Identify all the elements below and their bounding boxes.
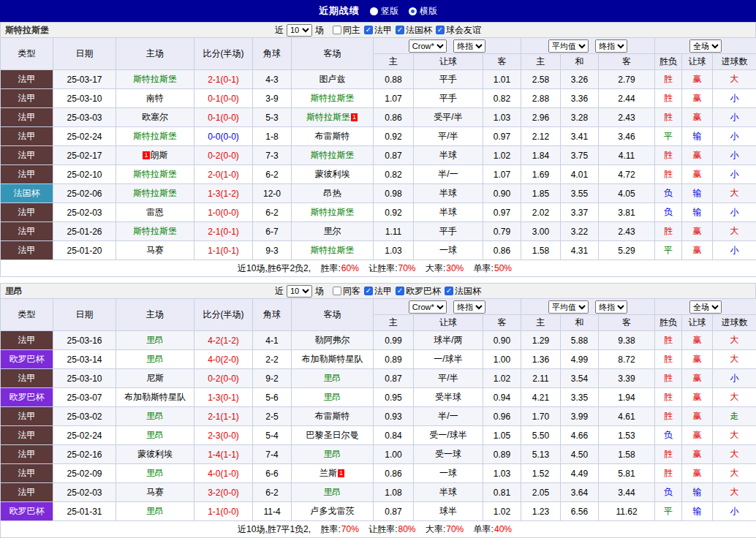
filter-checkbox-item[interactable]: 欧罗巴杯 bbox=[396, 285, 441, 298]
home-team-cell[interactable]: 里昂 bbox=[116, 407, 194, 426]
checkbox-icon[interactable] bbox=[333, 287, 341, 295]
score-cell[interactable]: 1-0(0-0) bbox=[194, 203, 253, 222]
score-cell[interactable]: 0-1(0-0) bbox=[194, 89, 253, 108]
score-cell[interactable]: 1-3(1-2) bbox=[194, 184, 253, 203]
score-cell[interactable]: 2-1(0-1) bbox=[194, 222, 253, 241]
checkbox-icon[interactable] bbox=[364, 287, 373, 295]
away-team-cell[interactable]: 斯特拉斯堡 bbox=[292, 146, 374, 165]
checkbox-icon[interactable] bbox=[445, 287, 453, 295]
average-final-select[interactable]: 终指 bbox=[595, 300, 627, 314]
away-team-cell[interactable]: 里昂 bbox=[292, 483, 374, 502]
home-team-cell[interactable]: 里昂 bbox=[116, 502, 194, 521]
home-team-cell[interactable]: 里昂 bbox=[116, 426, 194, 445]
away-team-cell[interactable]: 勒阿弗尔 bbox=[292, 331, 374, 350]
average-select[interactable]: 平均值 bbox=[548, 39, 589, 53]
filter-checkbox-item[interactable]: 同主 bbox=[333, 24, 360, 37]
score-cell[interactable]: 0-1(0-0) bbox=[194, 108, 253, 127]
home-team-cell[interactable]: 尼斯 bbox=[116, 369, 194, 388]
filter-checkbox-item[interactable]: 法国杯 bbox=[396, 24, 432, 37]
home-team-cell[interactable]: 斯特拉斯堡 bbox=[116, 127, 194, 146]
away-team-cell[interactable]: 里昂 bbox=[292, 369, 374, 388]
result-handicap-cell: 赢 bbox=[682, 445, 713, 464]
home-team-cell[interactable]: 里昂 bbox=[116, 350, 194, 369]
odds-final-select[interactable]: 终指 bbox=[453, 39, 485, 53]
home-team-cell[interactable]: 斯特拉斯堡 bbox=[116, 222, 194, 241]
away-team-cell[interactable]: 里昂 bbox=[292, 388, 374, 407]
col-header-away: 客场 bbox=[292, 299, 374, 331]
away-team-cell[interactable]: 昂热 bbox=[292, 184, 374, 203]
away-team-cell[interactable]: 蒙彼利埃 bbox=[292, 165, 374, 184]
home-team-cell[interactable]: 斯特拉斯堡 bbox=[116, 184, 194, 203]
away-team-cell[interactable]: 里尔 bbox=[292, 222, 374, 241]
filter-checkbox-item[interactable]: 法甲 bbox=[364, 24, 392, 37]
average-select[interactable]: 平均值 bbox=[548, 300, 589, 314]
average-final-select[interactable]: 终指 bbox=[595, 39, 627, 53]
near-count-select[interactable]: 10 bbox=[287, 285, 312, 298]
home-team-cell[interactable]: 南特 bbox=[116, 89, 194, 108]
away-team-name: 蒙彼利埃 bbox=[315, 169, 350, 179]
checkbox-icon[interactable] bbox=[396, 26, 404, 34]
away-team-cell[interactable]: 布加勒斯特星队 bbox=[292, 350, 374, 369]
home-team-cell[interactable]: 斯特拉斯堡 bbox=[116, 70, 194, 89]
odds-company-select[interactable]: Crow* bbox=[409, 300, 447, 314]
home-team-cell[interactable]: 里昂 bbox=[116, 464, 194, 483]
score-cell[interactable]: 2-1(0-1) bbox=[194, 70, 253, 89]
score-cell[interactable]: 4-0(1-0) bbox=[194, 464, 253, 483]
scope-select[interactable]: 全场 bbox=[689, 300, 722, 314]
checkbox-icon[interactable] bbox=[396, 287, 404, 295]
odds-final-select[interactable]: 终指 bbox=[453, 300, 485, 314]
away-team-cell[interactable]: 布雷斯特 bbox=[292, 407, 374, 426]
home-team-cell[interactable]: 布加勒斯特星队 bbox=[116, 388, 194, 407]
home-team-cell[interactable]: 马赛 bbox=[116, 241, 194, 260]
score-cell[interactable]: 0-0(0-0) bbox=[194, 127, 253, 146]
score-cell[interactable]: 3-2(0-0) bbox=[194, 483, 253, 502]
filter-checkbox-item[interactable]: 法甲 bbox=[364, 285, 392, 298]
checkbox-icon[interactable] bbox=[333, 26, 341, 34]
score-cell[interactable]: 4-0(2-0) bbox=[194, 350, 253, 369]
away-team-cell[interactable]: 卢多戈雷茨 bbox=[292, 502, 374, 521]
score-cell[interactable]: 1-3(0-1) bbox=[194, 388, 253, 407]
score-cell[interactable]: 1-1(0-1) bbox=[194, 241, 253, 260]
near-count-select[interactable]: 10 bbox=[287, 24, 312, 37]
score-cell[interactable]: 0-2(0-0) bbox=[194, 146, 253, 165]
league-cell: 法甲 bbox=[1, 464, 53, 483]
result-wdl-cell: 负 bbox=[655, 483, 682, 502]
score-cell[interactable]: 1-4(1-1) bbox=[194, 445, 253, 464]
filter-checkbox-item[interactable]: 球会友谊 bbox=[436, 24, 481, 37]
away-team-cell[interactable]: 斯特拉斯堡 bbox=[292, 203, 374, 222]
away-team-cell[interactable]: 兰斯1 bbox=[292, 464, 374, 483]
score-cell[interactable]: 2-3(0-0) bbox=[194, 426, 253, 445]
home-team-cell[interactable]: 斯特拉斯堡 bbox=[116, 165, 194, 184]
filter-checkbox-item[interactable]: 同客 bbox=[333, 285, 360, 298]
checkbox-icon[interactable] bbox=[364, 26, 373, 34]
home-team-cell[interactable]: 蒙彼利埃 bbox=[116, 445, 194, 464]
home-team-cell[interactable]: 1朗斯 bbox=[116, 146, 194, 165]
layout-radio-option[interactable]: 横版 bbox=[409, 5, 437, 18]
away-team-cell[interactable]: 图卢兹 bbox=[292, 70, 374, 89]
home-team-cell[interactable]: 里昂 bbox=[116, 331, 194, 350]
away-team-name: 布雷斯特 bbox=[315, 411, 350, 421]
score-cell[interactable]: 0-2(0-0) bbox=[194, 369, 253, 388]
home-team-cell[interactable]: 雷恩 bbox=[116, 203, 194, 222]
home-team-cell[interactable]: 马赛 bbox=[116, 483, 194, 502]
scope-select[interactable]: 全场 bbox=[689, 39, 722, 53]
filter-checkbox-item[interactable]: 法国杯 bbox=[445, 285, 481, 298]
score-cell[interactable]: 1-1(0-0) bbox=[194, 502, 253, 521]
home-team-cell[interactable]: 欧塞尔 bbox=[116, 108, 194, 127]
handicap-cell: 平手 bbox=[414, 70, 483, 89]
away-team-cell[interactable]: 布雷斯特 bbox=[292, 127, 374, 146]
score-cell[interactable]: 2-1(1-1) bbox=[194, 407, 253, 426]
avg-draw-cell: 4.31 bbox=[561, 241, 599, 260]
away-team-cell[interactable]: 斯特拉斯堡1 bbox=[292, 108, 374, 127]
score-cell[interactable]: 4-2(1-2) bbox=[194, 331, 253, 350]
away-team-cell[interactable]: 里昂 bbox=[292, 445, 374, 464]
layout-radio-option[interactable]: 竖版 bbox=[370, 5, 398, 18]
away-team-cell[interactable]: 斯特拉斯堡 bbox=[292, 241, 374, 260]
radio-icon[interactable] bbox=[370, 7, 378, 15]
odds-company-select[interactable]: Crow* bbox=[409, 39, 447, 53]
radio-icon[interactable] bbox=[409, 7, 417, 15]
away-team-cell[interactable]: 斯特拉斯堡 bbox=[292, 89, 374, 108]
checkbox-icon[interactable] bbox=[436, 26, 445, 34]
away-team-cell[interactable]: 巴黎圣日尔曼 bbox=[292, 426, 374, 445]
score-cell[interactable]: 2-0(1-0) bbox=[194, 165, 253, 184]
